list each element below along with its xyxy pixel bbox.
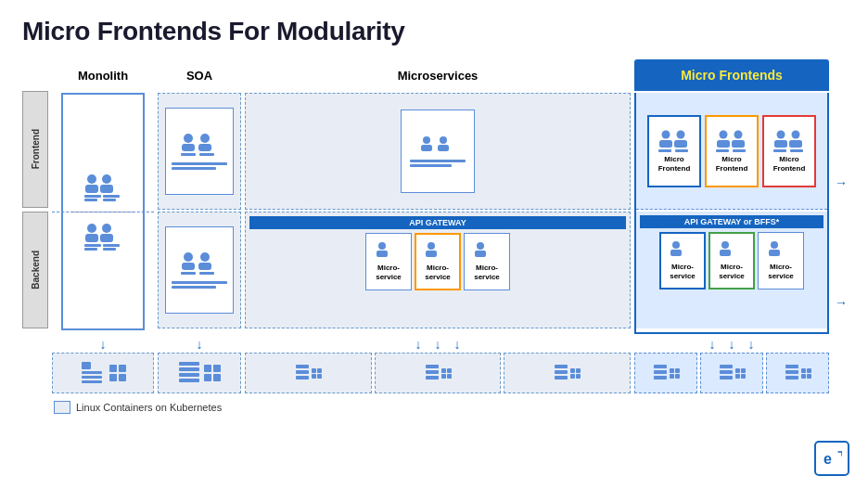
svg-rect-15 [103, 248, 116, 251]
svg-rect-73 [426, 365, 439, 368]
svg-rect-19 [198, 144, 211, 151]
svg-rect-4 [84, 195, 101, 198]
svg-rect-23 [182, 263, 195, 270]
svg-point-0 [87, 174, 96, 184]
svg-point-58 [721, 241, 729, 249]
monolith-header: Monolith [52, 59, 154, 91]
svg-point-22 [184, 252, 193, 262]
svg-rect-53 [789, 140, 802, 148]
svg-rect-26 [181, 272, 196, 275]
svg-rect-13 [84, 248, 97, 251]
svg-rect-81 [654, 376, 667, 380]
legend: Linux Containers on Kubernetes [54, 401, 846, 414]
mf-backend-area: API GATEWAY or BFFS* Micro-service [636, 212, 827, 328]
svg-rect-29 [421, 145, 432, 151]
svg-rect-82 [720, 365, 733, 368]
ms-db-3-icon [554, 364, 568, 382]
svg-rect-78 [555, 376, 568, 380]
svg-rect-85 [785, 365, 798, 368]
mf-ms-2: Micro-service [708, 232, 755, 290]
svg-point-38 [662, 130, 670, 138]
svg-rect-72 [296, 376, 309, 380]
svg-rect-11 [100, 234, 113, 242]
soa-db-icon [178, 360, 200, 386]
mf-ms-1: Micro-service [659, 232, 706, 290]
ms-service-3-icon [473, 241, 501, 262]
svg-point-46 [734, 130, 743, 138]
svg-point-60 [771, 241, 778, 249]
soa-frontend-person-icon [179, 133, 220, 159]
svg-rect-35 [426, 251, 437, 257]
svg-rect-74 [426, 370, 439, 374]
mf-api-gateway-label: API GATEWAY or BFFS* [640, 215, 823, 228]
ms-frontend-box [401, 109, 475, 193]
mf-db-3 [766, 353, 829, 393]
svg-rect-48 [716, 149, 729, 152]
svg-rect-25 [198, 263, 211, 270]
ms-service-3: Micro-service [464, 233, 510, 290]
ms-service-2-label: Micro-service [425, 264, 451, 281]
slide: Micro Frontends For Modularity Frontend … [0, 0, 868, 489]
ms-arrow-down-2: ↓ [435, 337, 441, 352]
mf-ms-2-label: Micro-service [719, 263, 745, 280]
mf-box-3-icon [772, 129, 807, 153]
svg-point-40 [677, 130, 685, 138]
svg-point-2 [102, 174, 111, 184]
svg-point-28 [423, 136, 430, 144]
mf-box-1: MicroFrontend [647, 115, 701, 187]
soa-backend-person-icon [179, 251, 220, 277]
mf-db-3-icon [785, 364, 799, 382]
svg-point-50 [777, 130, 785, 138]
arrow-fe-right: → [835, 176, 846, 189]
mf-ms-3-label: Micro-service [768, 263, 794, 280]
microservices-column: API GATEWAY Micro-service [245, 93, 631, 334]
svg-rect-31 [438, 145, 449, 151]
svg-text:e: e [823, 451, 832, 467]
svg-point-56 [672, 241, 680, 249]
mf-arrow-down-1: ↓ [709, 337, 716, 352]
svg-rect-7 [103, 199, 116, 201]
svg-rect-6 [103, 195, 120, 198]
svg-rect-5 [84, 199, 97, 201]
mf-arrow-down-2: ↓ [729, 337, 735, 352]
mf-arrow-down-3: ↓ [748, 337, 755, 352]
svg-rect-1 [85, 185, 98, 193]
legend-box [54, 401, 70, 414]
legend-label: Linux Containers on Kubernetes [76, 402, 222, 413]
mf-db-2 [700, 353, 763, 393]
soa-bottom-container [158, 353, 241, 393]
soa-header: SOA [158, 59, 241, 91]
svg-rect-59 [720, 250, 731, 256]
svg-rect-61 [769, 250, 780, 256]
mf-box-2: MicroFrontend [705, 115, 759, 187]
monolith-person-icon-2 [83, 222, 123, 251]
svg-rect-12 [84, 244, 101, 247]
mf-frontend-area: MicroFrontend MicroFrontend [636, 93, 827, 210]
svg-rect-62 [82, 362, 91, 369]
ms-frontend-person-icon [417, 135, 458, 156]
svg-rect-71 [296, 370, 309, 374]
ms-service-1-label: Micro-service [376, 264, 402, 281]
svg-rect-55 [790, 149, 803, 152]
svg-point-32 [378, 242, 386, 250]
soa-column [158, 93, 241, 334]
svg-rect-27 [199, 272, 214, 275]
svg-point-34 [428, 242, 435, 250]
svg-rect-49 [733, 149, 746, 152]
mf-bottom-containers [634, 353, 829, 393]
api-gateway-label: API GATEWAY [249, 216, 626, 229]
svg-rect-77 [555, 370, 568, 374]
monolith-bottom-container [52, 353, 154, 393]
svg-rect-83 [720, 370, 733, 374]
svg-rect-17 [182, 144, 195, 151]
svg-rect-80 [654, 370, 667, 374]
svg-rect-54 [773, 149, 786, 152]
svg-rect-76 [555, 365, 568, 368]
svg-rect-87 [785, 376, 798, 380]
monolith-person-icon [83, 173, 123, 202]
svg-point-8 [87, 224, 96, 233]
ms-service-2-icon [424, 241, 452, 262]
svg-rect-79 [654, 365, 667, 368]
svg-rect-84 [720, 376, 733, 380]
svg-rect-68 [179, 373, 199, 377]
